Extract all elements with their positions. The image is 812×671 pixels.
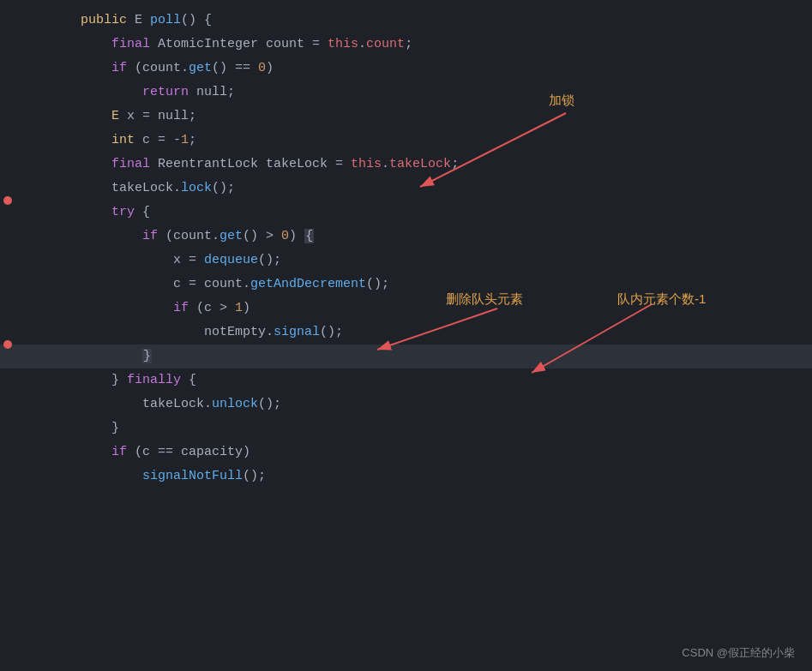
code-token: ();	[258, 253, 281, 267]
code-content: c = count.getAndDecrement();	[43, 273, 812, 297]
code-token: )	[243, 301, 250, 315]
code-line: int c = -1;	[0, 129, 812, 153]
code-token: 1	[181, 133, 189, 147]
code-token: signal	[274, 325, 320, 339]
breakpoint-indicator	[3, 196, 12, 205]
code-token: finally	[127, 373, 181, 387]
code-line: takeLock.lock();	[0, 177, 812, 201]
code-token: return	[142, 85, 189, 99]
code-token: takeLock.	[142, 397, 212, 411]
code-token: if	[173, 301, 189, 315]
code-token: c = count.	[173, 277, 250, 291]
code-content: }	[43, 416, 812, 440]
code-line: } finally {	[0, 368, 812, 392]
code-token: {	[135, 205, 150, 219]
code-content: takeLock.lock();	[43, 177, 812, 201]
code-content: final AtomicInteger count = this.count;	[43, 33, 812, 57]
code-token: () ==	[212, 61, 258, 75]
code-token: ReentrantLock takeLock =	[150, 157, 351, 171]
code-token: ;	[405, 37, 412, 51]
code-token: 0	[281, 229, 289, 243]
code-token: final	[111, 157, 150, 171]
code-token: lock	[181, 181, 212, 195]
code-line: notEmpty.signal();	[0, 321, 812, 344]
code-content: public E poll() {	[43, 9, 812, 33]
code-line: if (count.get() == 0)	[0, 57, 812, 81]
code-token: 0	[258, 61, 266, 75]
code-token: ();	[258, 397, 281, 411]
code-line: }	[0, 416, 812, 440]
code-token: }	[111, 373, 127, 387]
code-token: takeLock	[389, 157, 451, 171]
code-container: public E poll() { final AtomicInteger co…	[0, 0, 812, 671]
code-token: null;	[189, 85, 235, 99]
code-token: ();	[366, 277, 389, 291]
code-token: )	[289, 229, 304, 243]
code-token: if	[111, 61, 127, 75]
code-token: (c >	[189, 301, 235, 315]
code-content: return null;	[43, 81, 812, 105]
code-token: E	[127, 13, 150, 27]
code-token: unlock	[212, 397, 258, 411]
code-line: return null;	[0, 81, 812, 105]
code-line: signalNotFull();	[0, 464, 812, 488]
code-token: signalNotFull	[142, 469, 243, 483]
code-content: if (c > 1)	[43, 297, 812, 321]
code-token: ;	[189, 133, 196, 147]
code-content: int c = -1;	[43, 129, 812, 153]
code-content: notEmpty.signal();	[43, 321, 812, 344]
breakpoint-indicator	[3, 340, 12, 349]
code-token: )	[266, 61, 274, 75]
code-token: getAndDecrement	[250, 277, 366, 291]
code-line: public E poll() {	[0, 9, 812, 33]
code-token: x = null;	[119, 109, 196, 123]
code-content: if (count.get() > 0) {	[43, 225, 812, 249]
code-line: if (count.get() > 0) {	[0, 225, 812, 249]
code-token: count	[366, 37, 405, 51]
code-token: {	[304, 229, 314, 243]
code-line: if (c > 1)	[0, 297, 812, 321]
code-content: }	[43, 344, 812, 368]
code-line: }	[0, 344, 812, 368]
code-token: this	[328, 37, 358, 51]
code-token: dequeue	[204, 253, 258, 267]
code-content: takeLock.unlock();	[43, 392, 812, 416]
code-line: x = dequeue();	[0, 249, 812, 273]
code-token: try	[111, 205, 135, 219]
code-token: get	[189, 61, 212, 75]
code-line: c = count.getAndDecrement();	[0, 273, 812, 297]
code-token: this	[351, 157, 382, 171]
code-lines: public E poll() { final AtomicInteger co…	[0, 9, 812, 488]
code-line: try {	[0, 201, 812, 225]
code-line: E x = null;	[0, 105, 812, 129]
code-token: if	[142, 229, 158, 243]
code-token: final	[111, 37, 150, 51]
code-token: x =	[173, 253, 204, 267]
code-token: if	[111, 445, 127, 459]
code-line: if (c == capacity)	[0, 440, 812, 464]
code-token: AtomicInteger count =	[150, 37, 328, 51]
code-token: () >	[243, 229, 281, 243]
code-token: }	[142, 349, 152, 363]
code-token: notEmpty.	[204, 325, 274, 339]
code-content: final ReentrantLock takeLock = this.take…	[43, 153, 812, 177]
code-content: x = dequeue();	[43, 249, 812, 273]
code-token: {	[181, 373, 196, 387]
code-token: takeLock.	[111, 181, 181, 195]
code-token: () {	[181, 13, 212, 27]
watermark: CSDN @假正经的小柴	[682, 645, 795, 661]
code-token: ();	[212, 181, 235, 195]
code-content: try {	[43, 201, 812, 225]
code-token: (count.	[127, 61, 189, 75]
code-token: ();	[243, 469, 266, 483]
code-content: if (c == capacity)	[43, 440, 812, 464]
code-line: final ReentrantLock takeLock = this.take…	[0, 153, 812, 177]
code-token: .	[358, 37, 366, 51]
code-content: E x = null;	[43, 105, 812, 129]
code-content: } finally {	[43, 368, 812, 392]
code-token: (count.	[158, 229, 220, 243]
code-token: ();	[320, 325, 343, 339]
code-content: signalNotFull();	[43, 464, 812, 488]
code-token: 1	[235, 301, 243, 315]
code-token: .	[382, 157, 389, 171]
